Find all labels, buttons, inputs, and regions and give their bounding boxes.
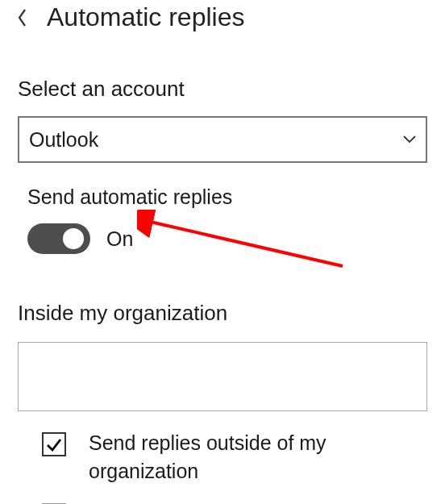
contacts-only-checkbox-label: Send replies only to my contacts <box>89 500 379 504</box>
account-select-value: Outlook <box>29 128 98 152</box>
account-select[interactable]: Outlook <box>18 116 427 163</box>
outside-org-checkbox-label: Send replies outside of my organization <box>89 429 395 485</box>
page-title: Automatic replies <box>47 2 244 32</box>
auto-reply-toggle[interactable] <box>27 223 90 254</box>
chevron-down-icon <box>403 132 416 147</box>
page-header: Automatic replies <box>0 0 445 40</box>
inside-org-textarea[interactable] <box>18 342 427 411</box>
account-label: Select an account <box>18 77 427 102</box>
inside-org-label: Inside my organization <box>18 301 427 326</box>
back-icon[interactable] <box>15 6 31 29</box>
toggle-knob <box>63 228 84 249</box>
toggle-label: Send automatic replies <box>18 185 427 209</box>
toggle-state-label: On <box>106 227 133 251</box>
outside-org-checkbox[interactable] <box>42 432 66 456</box>
